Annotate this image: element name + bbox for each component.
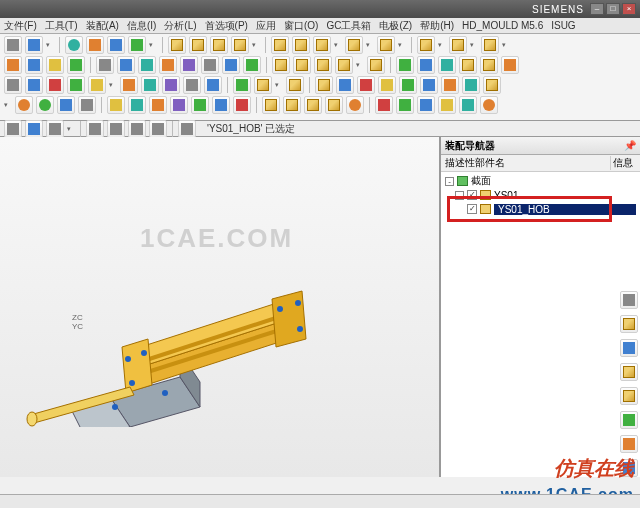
tool-edit-icon[interactable] xyxy=(88,76,106,94)
tool-view-icon[interactable] xyxy=(107,96,125,114)
tool-generic-icon[interactable] xyxy=(128,36,146,54)
tool-misc-icon[interactable] xyxy=(462,76,480,94)
tool-feature-icon[interactable] xyxy=(293,56,311,74)
tool-misc-icon[interactable] xyxy=(315,76,333,94)
dropdown-icon[interactable]: ▾ xyxy=(470,41,478,49)
dropdown-icon[interactable]: ▾ xyxy=(46,41,54,49)
tool-edit-icon[interactable] xyxy=(67,76,85,94)
tool-edit-icon[interactable] xyxy=(183,76,201,94)
tool-curve-icon[interactable] xyxy=(201,56,219,74)
tool-view-icon[interactable] xyxy=(170,96,188,114)
tool-view-icon[interactable] xyxy=(149,96,167,114)
menu-gc-toolbox[interactable]: GC工具箱 xyxy=(326,19,371,33)
filter-icon[interactable] xyxy=(86,120,104,138)
filter-icon[interactable] xyxy=(128,120,146,138)
minimize-button[interactable]: – xyxy=(590,3,604,15)
tool-curve-icon[interactable] xyxy=(180,56,198,74)
tool-misc-icon[interactable] xyxy=(420,76,438,94)
menu-help[interactable]: 帮助(H) xyxy=(420,19,454,33)
checkbox[interactable]: ✓ xyxy=(467,204,477,214)
side-tool-icon[interactable] xyxy=(620,435,638,453)
pin-icon[interactable]: 📌 xyxy=(624,140,636,151)
maximize-button[interactable]: □ xyxy=(606,3,620,15)
tool-render-icon[interactable] xyxy=(262,96,280,114)
dropdown-icon[interactable]: ▾ xyxy=(438,41,446,49)
tool-edit-icon[interactable] xyxy=(162,76,180,94)
tool-color-icon[interactable] xyxy=(438,96,456,114)
tool-generic-icon[interactable] xyxy=(25,36,43,54)
filter-icon[interactable] xyxy=(107,120,125,138)
expand-icon[interactable]: - xyxy=(455,191,464,200)
tool-curve-icon[interactable] xyxy=(117,56,135,74)
tool-render-icon[interactable] xyxy=(283,96,301,114)
tool-box-icon[interactable] xyxy=(189,36,207,54)
menu-window[interactable]: 窗口(O) xyxy=(284,19,318,33)
side-tool-icon[interactable] xyxy=(620,459,638,477)
tool-assembly-icon[interactable] xyxy=(480,56,498,74)
close-button[interactable]: × xyxy=(622,3,636,15)
side-tool-icon[interactable] xyxy=(620,315,638,333)
tool-edit-icon[interactable] xyxy=(233,76,251,94)
tool-curve-icon[interactable] xyxy=(96,56,114,74)
tool-misc-icon[interactable] xyxy=(399,76,417,94)
tree-row-selected-part[interactable]: ✓ YS01_HOB xyxy=(441,202,640,216)
dropdown-icon[interactable]: ▾ xyxy=(67,125,75,133)
tool-misc-icon[interactable] xyxy=(336,76,354,94)
menu-info[interactable]: 信息(I) xyxy=(127,19,156,33)
tool-edit-icon[interactable] xyxy=(120,76,138,94)
tool-feature-icon[interactable] xyxy=(367,56,385,74)
tool-view-icon[interactable] xyxy=(57,96,75,114)
tool-box-icon[interactable] xyxy=(210,36,228,54)
tool-generic-icon[interactable] xyxy=(4,36,22,54)
tool-view-icon[interactable] xyxy=(128,96,146,114)
dropdown-icon[interactable]: ▾ xyxy=(356,61,364,69)
selection-tool-icon[interactable] xyxy=(46,120,64,138)
navigator-tree[interactable]: - 截面 - ✓ YS01 ✓ YS01_HOB xyxy=(441,172,640,477)
tool-assembly-icon[interactable] xyxy=(459,56,477,74)
tool-edit-icon[interactable] xyxy=(46,76,64,94)
tool-edit-icon[interactable] xyxy=(4,76,22,94)
checkbox[interactable]: ✓ xyxy=(467,190,477,200)
tool-box-icon[interactable] xyxy=(481,36,499,54)
tool-render-icon[interactable] xyxy=(346,96,364,114)
menu-isug[interactable]: ISUG xyxy=(551,20,575,31)
tool-view-icon[interactable] xyxy=(191,96,209,114)
selection-tool-icon[interactable] xyxy=(4,120,22,138)
tool-box-icon[interactable] xyxy=(313,36,331,54)
tool-view-icon[interactable] xyxy=(212,96,230,114)
tool-box-icon[interactable] xyxy=(449,36,467,54)
tool-misc-icon[interactable] xyxy=(357,76,375,94)
horizontal-scrollbar[interactable] xyxy=(0,494,640,508)
dropdown-icon[interactable]: ▾ xyxy=(252,41,260,49)
tool-box-icon[interactable] xyxy=(168,36,186,54)
tool-edit-icon[interactable] xyxy=(25,76,43,94)
tool-box-icon[interactable] xyxy=(271,36,289,54)
tool-assembly-icon[interactable] xyxy=(396,56,414,74)
tool-misc-icon[interactable] xyxy=(378,76,396,94)
tool-box-icon[interactable] xyxy=(231,36,249,54)
dropdown-icon[interactable]: ▾ xyxy=(366,41,374,49)
tool-edit-icon[interactable] xyxy=(254,76,272,94)
menu-application[interactable]: 应用 xyxy=(256,19,276,33)
menu-hdmould[interactable]: HD_MOULD M5.6 xyxy=(462,20,543,31)
tool-view-icon[interactable] xyxy=(233,96,251,114)
side-tool-icon[interactable] xyxy=(620,291,638,309)
tool-misc-icon[interactable] xyxy=(483,76,501,94)
tool-sketch-icon[interactable] xyxy=(25,56,43,74)
tool-render-icon[interactable] xyxy=(325,96,343,114)
column-part-name[interactable]: 描述性部件名 xyxy=(441,156,610,170)
dropdown-icon[interactable]: ▾ xyxy=(4,101,12,109)
tool-box-icon[interactable] xyxy=(417,36,435,54)
tool-view-icon[interactable] xyxy=(15,96,33,114)
tool-render-icon[interactable] xyxy=(304,96,322,114)
tool-color-icon[interactable] xyxy=(375,96,393,114)
dropdown-icon[interactable]: ▾ xyxy=(275,81,283,89)
side-tool-icon[interactable] xyxy=(620,387,638,405)
tool-curve-icon[interactable] xyxy=(222,56,240,74)
tool-color-icon[interactable] xyxy=(396,96,414,114)
tool-curve-icon[interactable] xyxy=(159,56,177,74)
dropdown-icon[interactable]: ▾ xyxy=(149,41,157,49)
tool-assembly-icon[interactable] xyxy=(417,56,435,74)
tool-box-icon[interactable] xyxy=(377,36,395,54)
tool-edit-icon[interactable] xyxy=(286,76,304,94)
